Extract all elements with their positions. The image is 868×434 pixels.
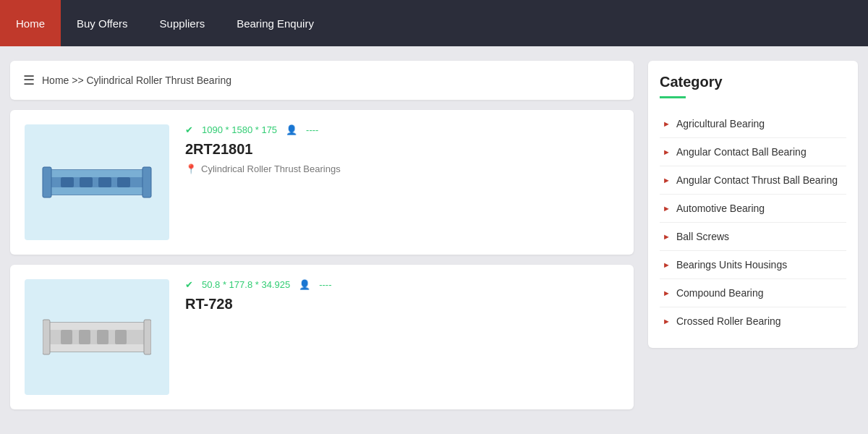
product-category-label-1: Cylindrical Roller Thrust Bearings bbox=[201, 163, 341, 174]
svg-rect-4 bbox=[80, 177, 93, 187]
category-label: Crossed Roller Bearing bbox=[676, 315, 781, 327]
arrow-icon: ► bbox=[663, 204, 671, 213]
category-item-crossed-roller[interactable]: ► Crossed Roller Bearing bbox=[660, 307, 846, 335]
nav-suppliers[interactable]: Suppliers bbox=[144, 0, 221, 46]
product-users-2: ---- bbox=[319, 279, 331, 290]
product-card-1: ✔ 1090 * 1580 * 175 👤 ---- 2RT21801 📍 Cy… bbox=[10, 110, 634, 255]
svg-rect-16 bbox=[43, 320, 50, 354]
product-name-1[interactable]: 2RT21801 bbox=[185, 141, 341, 158]
svg-rect-12 bbox=[61, 330, 72, 344]
product-info-2: ✔ 50.8 * 177.8 * 34.925 👤 ---- RT-728 bbox=[185, 279, 332, 395]
category-label: Angular Contact Thrust Ball Bearing bbox=[676, 174, 838, 186]
svg-rect-15 bbox=[115, 330, 127, 344]
category-label: Bearings Units Housings bbox=[676, 259, 787, 271]
menu-icon: ☰ bbox=[23, 72, 35, 88]
product-dimensions-1: 1090 * 1580 * 175 bbox=[202, 124, 277, 135]
breadcrumb-card: ☰ Home >> Cylindrical Roller Thrust Bear… bbox=[10, 61, 634, 100]
arrow-icon: ► bbox=[663, 119, 671, 128]
user-icon-2: 👤 bbox=[299, 279, 310, 290]
svg-rect-14 bbox=[97, 330, 109, 344]
breadcrumb-current: Cylindrical Roller Thrust Bearing bbox=[87, 75, 231, 86]
category-label: Compound Bearing bbox=[676, 287, 764, 299]
svg-rect-2 bbox=[46, 187, 148, 195]
arrow-icon: ► bbox=[663, 176, 671, 184]
svg-rect-13 bbox=[79, 330, 90, 344]
arrow-icon: ► bbox=[663, 260, 671, 269]
breadcrumb: Home >> Cylindrical Roller Thrust Bearin… bbox=[42, 75, 231, 86]
page-body: ☰ Home >> Cylindrical Roller Thrust Bear… bbox=[0, 46, 868, 424]
right-sidebar: Category ► Agricultural Bearing ► Angula… bbox=[648, 61, 858, 409]
product-meta-1: ✔ 1090 * 1580 * 175 👤 ---- bbox=[185, 124, 341, 135]
arrow-icon: ► bbox=[663, 148, 671, 156]
svg-rect-5 bbox=[98, 177, 111, 187]
category-item-ball-screws[interactable]: ► Ball Screws bbox=[660, 223, 846, 251]
check-icon: ✔ bbox=[185, 124, 193, 135]
pin-icon-1: 📍 bbox=[185, 163, 197, 174]
category-item-agricultural[interactable]: ► Agricultural Bearing bbox=[660, 110, 846, 138]
category-card: Category ► Agricultural Bearing ► Angula… bbox=[648, 61, 858, 348]
svg-rect-17 bbox=[144, 320, 151, 354]
category-item-bearings-units[interactable]: ► Bearings Units Housings bbox=[660, 251, 846, 279]
svg-rect-10 bbox=[46, 323, 148, 330]
breadcrumb-separator: >> bbox=[72, 75, 86, 86]
check-icon-2: ✔ bbox=[185, 279, 193, 290]
product-users-1: ---- bbox=[306, 124, 318, 135]
category-item-compound[interactable]: ► Compound Bearing bbox=[660, 279, 846, 307]
category-title: Category bbox=[660, 74, 846, 90]
category-item-angular-contact-thrust[interactable]: ► Angular Contact Thrust Ball Bearing bbox=[660, 166, 846, 195]
category-label: Ball Screws bbox=[676, 231, 729, 242]
product-info-1: ✔ 1090 * 1580 * 175 👤 ---- 2RT21801 📍 Cy… bbox=[185, 124, 341, 240]
product-meta-2: ✔ 50.8 * 177.8 * 34.925 👤 ---- bbox=[185, 279, 332, 290]
svg-rect-3 bbox=[61, 177, 74, 187]
category-item-angular-contact-ball[interactable]: ► Angular Contact Ball Bearing bbox=[660, 138, 846, 166]
svg-rect-11 bbox=[46, 344, 148, 352]
user-icon: 👤 bbox=[286, 124, 297, 135]
product-card-2: ✔ 50.8 * 177.8 * 34.925 👤 ---- RT-728 bbox=[10, 265, 634, 409]
breadcrumb-home[interactable]: Home bbox=[42, 75, 69, 86]
category-underline bbox=[660, 96, 686, 98]
arrow-icon: ► bbox=[663, 232, 671, 241]
nav-bearing-enquiry[interactable]: Bearing Enquiry bbox=[221, 0, 330, 46]
svg-rect-6 bbox=[117, 177, 130, 187]
category-label: Agricultural Bearing bbox=[676, 118, 765, 129]
arrow-icon: ► bbox=[663, 317, 671, 326]
category-item-automotive[interactable]: ► Automotive Bearing bbox=[660, 195, 846, 223]
product-name-2[interactable]: RT-728 bbox=[185, 296, 332, 312]
product-image-1[interactable] bbox=[25, 124, 169, 240]
category-label: Automotive Bearing bbox=[676, 203, 765, 214]
category-list: ► Agricultural Bearing ► Angular Contact… bbox=[660, 110, 846, 335]
svg-rect-1 bbox=[46, 170, 148, 177]
nav-buy-offers[interactable]: Buy Offers bbox=[61, 0, 144, 46]
category-label: Angular Contact Ball Bearing bbox=[676, 146, 807, 158]
product-dimensions-2: 50.8 * 177.8 * 34.925 bbox=[202, 279, 290, 290]
product-image-2[interactable] bbox=[25, 279, 169, 395]
navbar: Home Buy Offers Suppliers Bearing Enquir… bbox=[0, 0, 868, 46]
arrow-icon: ► bbox=[663, 289, 671, 297]
nav-home[interactable]: Home bbox=[0, 0, 61, 46]
left-column: ☰ Home >> Cylindrical Roller Thrust Bear… bbox=[10, 61, 634, 409]
product-category-1: 📍 Cylindrical Roller Thrust Bearings bbox=[185, 163, 341, 174]
svg-rect-7 bbox=[43, 167, 51, 197]
svg-rect-8 bbox=[142, 167, 151, 197]
